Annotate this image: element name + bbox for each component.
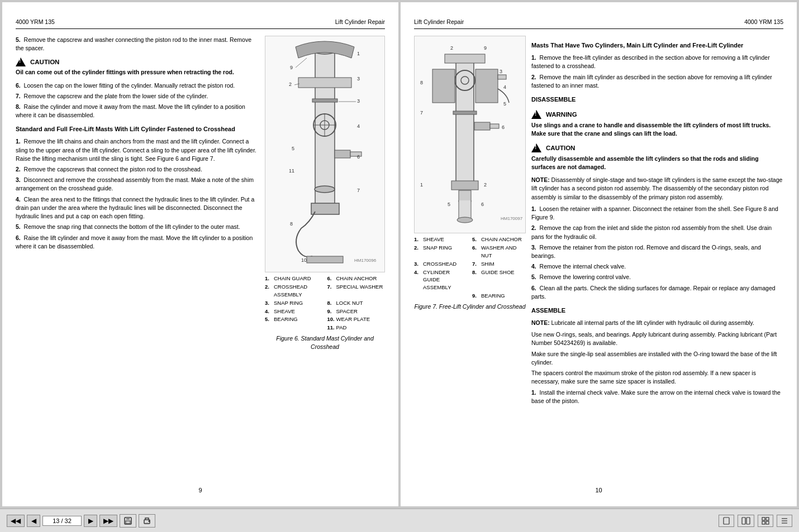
svg-text:7: 7 xyxy=(420,110,423,116)
svg-rect-61 xyxy=(724,517,729,524)
svg-text:5: 5 xyxy=(292,146,294,151)
assemble-p2: Make sure the single-lip seal assemblies… xyxy=(531,350,783,367)
assemble-p3: The spacers control the maximum stroke o… xyxy=(531,369,783,386)
svg-text:HM170097: HM170097 xyxy=(501,216,523,221)
print-button[interactable] xyxy=(139,514,155,528)
svg-text:3: 3 xyxy=(357,76,360,82)
right-figure-area: 2 9 3 4 8 xyxy=(414,36,526,408)
svg-rect-9 xyxy=(312,99,337,102)
item-s2: 2. Remove the capscrews that connect the… xyxy=(16,165,259,174)
right-page: Lift Cylinder Repair 4000 YRM 135 2 9 xyxy=(401,2,797,506)
item-s5: 5. Remove the snap ring that connects th… xyxy=(16,223,259,231)
caution-triangle-icon: ! xyxy=(16,57,26,66)
svg-text:6: 6 xyxy=(502,124,505,130)
svg-rect-45 xyxy=(453,111,477,114)
svg-rect-50 xyxy=(459,190,471,202)
svg-rect-43 xyxy=(490,124,499,128)
page-number-input[interactable] xyxy=(42,516,82,526)
svg-point-53 xyxy=(457,217,473,223)
figure-6-svg: 9 2 1 3 4 xyxy=(268,39,382,267)
svg-text:6: 6 xyxy=(357,154,360,160)
left-page-footer: 9 xyxy=(16,486,385,495)
caution-label-right: CAUTION xyxy=(546,143,575,153)
note-disassembly: NOTE: Disassembly of single-stage and tw… xyxy=(531,176,783,202)
toolbar-navigation: ◀◀ ◀ ▶ ▶▶ xyxy=(7,514,155,528)
svg-text:2: 2 xyxy=(289,82,292,87)
item-6: 6. Loosen the cap on the lower fitting o… xyxy=(16,82,259,90)
save-button[interactable] xyxy=(120,514,136,528)
svg-text:5: 5 xyxy=(503,101,506,107)
item-5: 5. Remove the capscrew and washer connec… xyxy=(16,36,259,52)
svg-line-4 xyxy=(296,58,307,68)
svg-text:9: 9 xyxy=(290,65,293,70)
svg-point-60 xyxy=(149,520,150,521)
svg-text:7: 7 xyxy=(357,188,360,193)
prev-page-button[interactable]: ◀ xyxy=(27,515,40,527)
caution-label-1: CAUTION xyxy=(30,57,59,67)
left-page-header: 4000 YRM 135 Lift Cylinder Repair xyxy=(16,18,385,29)
dis-item-1: 1. Loosen the retainer with a spanner. D… xyxy=(531,205,783,222)
svg-rect-32 xyxy=(445,54,485,63)
dis-item-4: 4. Remove the internal check valve. xyxy=(531,262,783,271)
svg-rect-59 xyxy=(145,522,149,523)
svg-text:4: 4 xyxy=(357,123,360,129)
warning-label: WARNING xyxy=(546,110,577,119)
svg-text:HM170096: HM170096 xyxy=(354,258,377,263)
note-assemble: NOTE: Lubricate all internal parts of th… xyxy=(531,319,783,327)
svg-text:3: 3 xyxy=(357,98,360,104)
dis-item-3: 3. Remove the retainer from the piston r… xyxy=(531,243,783,260)
figure-6-legend: 1.CHAIN GUARD 6.CHAIN ANCHOR 2.CROSSHEAD… xyxy=(265,275,385,331)
dis-item-6: 6. Clean all the parts. Check the slidin… xyxy=(531,284,783,301)
caution-box-right: ! CAUTION Carefully disassemble and asse… xyxy=(531,143,783,171)
svg-text:11: 11 xyxy=(289,168,294,174)
svg-text:10: 10 xyxy=(301,257,307,263)
caution-triangle-icon-r: ! xyxy=(531,143,541,152)
svg-text:9: 9 xyxy=(484,45,487,51)
svg-rect-56 xyxy=(126,517,130,520)
toolbar-view-controls xyxy=(719,515,792,527)
section-heading-standard: Standard and Full Free-Lift Masts With L… xyxy=(16,125,259,134)
svg-rect-36 xyxy=(498,75,506,79)
left-text-content: 5. Remove the capscrew and washer connec… xyxy=(16,36,259,351)
right-header-left: Lift Cylinder Repair xyxy=(414,18,464,26)
svg-rect-65 xyxy=(766,517,769,520)
dis-item-5: 5. Remove the lowering control valve. xyxy=(531,273,783,281)
toolbar: ◀◀ ◀ ▶ ▶▶ xyxy=(0,509,799,532)
svg-rect-57 xyxy=(126,521,130,524)
svg-rect-37 xyxy=(432,69,455,103)
item-s1: 1. Remove the lift chains and chain anch… xyxy=(16,137,259,163)
item-s4: 4. Clean the area next to the fittings t… xyxy=(16,195,259,221)
figure-6-caption: Figure 6. Standard Mast Cylinder and Cro… xyxy=(265,334,385,351)
item-s3: 3. Disconnect and remove the crosshead a… xyxy=(16,176,259,193)
right-page-number: 10 xyxy=(595,487,602,493)
figure-7-legend: 1.SHEAVE 5.CHAIN ANCHOR 2.SNAP RING 6.WA… xyxy=(414,236,526,299)
svg-rect-64 xyxy=(762,517,765,520)
svg-rect-62 xyxy=(742,517,745,524)
view-btn-3[interactable] xyxy=(758,515,773,527)
assemble-item-1: 1. Install the internal check valve. Mak… xyxy=(531,389,783,405)
warning-box-1: ! WARNING Use slings and a crane to hand… xyxy=(531,110,783,138)
item-two-2: 2. Remove the main lift cylinder as desc… xyxy=(531,73,783,90)
view-btn-4[interactable] xyxy=(777,515,792,527)
right-header-right: 4000 YRM 135 xyxy=(744,18,783,26)
svg-text:4: 4 xyxy=(503,84,506,90)
item-two-1: 1. Remove the free-lift cylinder as desc… xyxy=(531,54,783,70)
section-disassemble: DISASSEMBLE xyxy=(531,95,783,104)
item-s6: 6. Raise the lift cylinder and move it a… xyxy=(16,234,259,251)
left-page-number: 9 xyxy=(198,487,202,493)
svg-rect-5 xyxy=(298,78,351,88)
svg-text:2: 2 xyxy=(484,182,487,188)
figure-7-container: 2 9 3 4 8 xyxy=(414,36,526,233)
svg-rect-25 xyxy=(307,256,343,263)
svg-text:3: 3 xyxy=(500,69,502,74)
view-btn-1[interactable] xyxy=(719,515,734,527)
first-page-button[interactable]: ◀◀ xyxy=(7,515,25,527)
next-page-button[interactable]: ▶ xyxy=(84,515,97,527)
view-btn-2[interactable] xyxy=(738,515,754,527)
last-page-button[interactable]: ▶▶ xyxy=(99,515,117,527)
svg-rect-20 xyxy=(335,150,350,158)
caution-text-right: Carefully disassemble and assemble the l… xyxy=(531,155,783,171)
right-text-content: Masts That Have Two Cylinders, Main Lift… xyxy=(531,36,783,408)
right-page-footer: 10 xyxy=(414,486,783,495)
svg-text:6: 6 xyxy=(481,202,484,207)
